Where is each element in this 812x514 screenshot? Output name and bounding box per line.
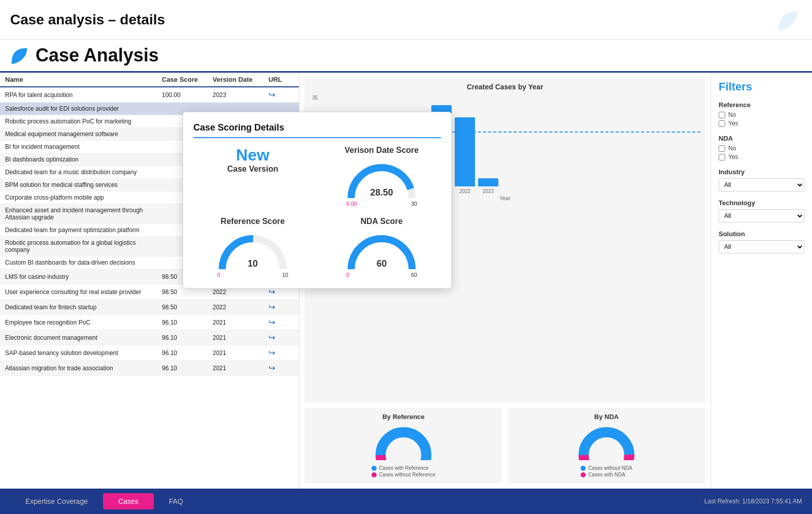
row-name: Electronic document management: [5, 334, 162, 341]
row-url-icon[interactable]: ↪: [268, 363, 294, 373]
row-name: LMS for casino industry: [5, 273, 162, 280]
col-version: Version Date: [213, 76, 268, 83]
last-refresh-label: Last Refresh: 1/18/2023 7:55:41 AM: [704, 498, 802, 505]
gauge-version-date: 28.50 0.00 30: [346, 160, 417, 207]
row-year: 2021: [213, 349, 268, 357]
filter-group-reference: Reference No Yes: [719, 101, 804, 127]
row-name: Salesforce audit for EDI solutions provi…: [5, 105, 162, 112]
row-name: Dedicated team for a music distribution …: [5, 169, 162, 176]
filter-reference-no-label: No: [728, 111, 736, 118]
row-score: 96.10: [162, 319, 213, 326]
row-name: Dedicated team for payment optimization …: [5, 227, 162, 234]
row-url-icon[interactable]: ↪: [268, 348, 294, 358]
row-score: 98.50: [162, 288, 213, 296]
row-name: Corporate cross-platform mobile app: [5, 194, 162, 201]
legend-label-1: Cases with Reference: [379, 465, 429, 471]
row-name: RPA for talent acquisition: [5, 91, 162, 99]
legend-item: Cases with Reference: [371, 465, 436, 471]
table-header: Name Case Score Version Date URL: [0, 73, 299, 87]
popup-grid: New Case Version Verison Date Score 28.5…: [193, 146, 441, 278]
row-score: 98.50: [162, 304, 213, 311]
gauge-min-label: 0.00: [346, 201, 357, 207]
section-title: Case Analysis: [36, 45, 159, 66]
row-url-icon[interactable]: ↪: [268, 90, 294, 100]
filter-solution-label: Solution: [719, 230, 804, 238]
gauge-nda-labels: 0 60: [346, 272, 417, 278]
popup-case-version-label: Case Version: [227, 165, 279, 174]
filter-group-nda: NDA No Yes: [719, 135, 804, 160]
row-year: 2022: [213, 304, 268, 311]
row-name: Atlassian migration for trade associatio…: [5, 365, 162, 372]
table-row[interactable]: Electronic document management96.102021↪: [0, 330, 299, 345]
filter-option-yes: Yes: [719, 120, 804, 127]
filter-solution-select[interactable]: All: [719, 240, 804, 253]
row-name: Enhanced asset and incident management t…: [5, 207, 162, 221]
donut-reference-legend: Cases with Reference Cases without Refer…: [371, 464, 436, 478]
tab-expertise-coverage[interactable]: Expertise Coverage: [10, 493, 103, 509]
bottom-nav: Expertise Coverage Cases FAQ Last Refres…: [0, 489, 812, 514]
row-year: 2023: [213, 91, 268, 99]
svg-point-0: [381, 432, 426, 460]
bar-year-label: 2022: [455, 188, 475, 194]
popup-version-date-label: Verison Date Score: [345, 146, 419, 155]
gauge-version-date-svg: 28.50: [346, 160, 417, 201]
row-url-icon[interactable]: ↪: [268, 302, 294, 312]
table-row[interactable]: Dedicated team for fintech startup98.502…: [0, 300, 299, 315]
filter-nda-yes-checkbox[interactable]: [719, 154, 725, 160]
col-url: URL: [268, 76, 294, 83]
bar-element: [478, 178, 498, 186]
donut-reference-chart: [373, 425, 434, 460]
filter-industry-select[interactable]: All: [719, 178, 804, 191]
row-name: Robotic process automation for a global …: [5, 239, 162, 253]
bar-year-label: 2023: [478, 188, 498, 194]
donut-nda-legend: Cases without NDA Cases with NDA: [581, 464, 632, 478]
donut-row: By Reference Cases with Reference: [304, 408, 705, 484]
row-url-icon[interactable]: ↪: [268, 333, 294, 342]
donut-nda-chart: [576, 425, 637, 460]
row-url-icon[interactable]: ↪: [268, 317, 294, 327]
gauge-reference-svg: 10: [217, 231, 288, 272]
leaf-logo-icon: [776, 7, 802, 33]
nav-tabs: Expertise Coverage Cases FAQ: [10, 493, 198, 509]
gauge-value-text: 10: [248, 259, 258, 269]
filter-reference-yes-label: Yes: [728, 120, 738, 127]
row-name: BPM solution for medical staffing servic…: [5, 181, 162, 188]
filter-reference-no-checkbox[interactable]: [719, 112, 725, 118]
popup-reference-section: Reference Score 10 0 10: [193, 217, 312, 278]
filter-group-technology: Technology All: [719, 199, 804, 222]
popup-nda-section: NDA Score 60 0 60: [322, 217, 441, 278]
row-name: Dedicated team for fintech startup: [5, 304, 162, 311]
filter-industry-label: Industry: [719, 168, 804, 176]
table-row[interactable]: Employee face recognition PoC96.102021↪: [0, 315, 299, 330]
tab-faq[interactable]: FAQ: [154, 493, 198, 509]
row-name: SAP-based tenancy solution development: [5, 349, 162, 357]
gauge-nda: 60 0 60: [346, 231, 417, 278]
table-row[interactable]: RPA for talent acquisition100.002023↪: [0, 87, 299, 103]
popup-reference-label: Reference Score: [221, 217, 285, 226]
row-year: 2021: [213, 319, 268, 326]
filter-option-no: No: [719, 145, 804, 152]
popup-case-version-value: New: [236, 146, 269, 165]
row-score: 96.10: [162, 349, 213, 357]
filter-nda-yes-label: Yes: [728, 153, 738, 160]
section-logo-icon: [10, 46, 29, 65]
legend-item: Cases without NDA: [581, 465, 632, 471]
filter-group-industry: Industry All: [719, 168, 804, 191]
filter-reference-yes-checkbox[interactable]: [719, 120, 725, 127]
row-name: BI dashboards optimization: [5, 156, 162, 163]
legend-item: Cases without Reference: [371, 472, 436, 477]
donut-nda-section: By NDA Cases without NDA: [507, 408, 705, 484]
bar-element: [455, 117, 475, 186]
table-row[interactable]: Atlassian migration for trade associatio…: [0, 361, 299, 376]
col-score: Case Score: [162, 76, 213, 83]
filter-option-yes: Yes: [719, 153, 804, 160]
gauge-max-label: 60: [411, 272, 417, 278]
filter-option-no: No: [719, 111, 804, 118]
table-row[interactable]: SAP-based tenancy solution development96…: [0, 345, 299, 361]
filter-nda-no-checkbox[interactable]: [719, 145, 725, 152]
tab-cases[interactable]: Cases: [103, 493, 154, 509]
gauge-min-label: 0: [217, 272, 220, 278]
legend-dot-pink: [581, 472, 586, 477]
popup-case-version-section: New Case Version: [193, 146, 312, 207]
filter-technology-select[interactable]: All: [719, 209, 804, 222]
